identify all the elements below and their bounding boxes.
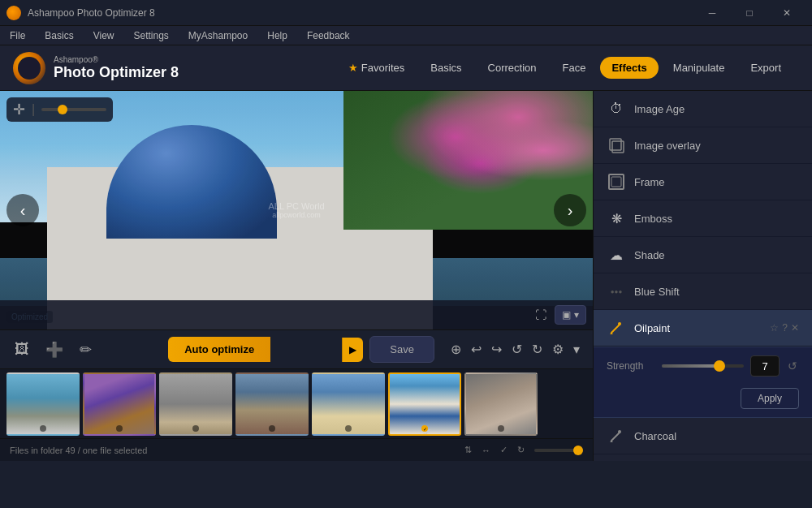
nav-favorites-label: Favorites (361, 62, 404, 74)
brand-name-large: Photo Optimizer 8 (54, 64, 179, 81)
menu-feedback[interactable]: Feedback (304, 28, 353, 43)
image-area: ALL PC World allpcworld.com Optimized ‹ … (0, 91, 593, 329)
oilpaint-icon (607, 318, 626, 338)
strength-slider[interactable] (662, 364, 744, 368)
svg-marker-9 (610, 441, 613, 442)
menubar: File Basics View Settings MyAshampoo Hel… (0, 26, 812, 45)
filmstrip-item[interactable] (312, 372, 385, 436)
rotate-right-button[interactable]: ↻ (529, 338, 546, 360)
film-dot (345, 425, 352, 432)
chevron-right-icon: ▶ (349, 344, 356, 355)
effect-blue-shift-label: Blue Shift (634, 286, 799, 298)
auto-optimize-button[interactable]: Auto optimize (168, 337, 270, 362)
nav-basics[interactable]: Basics (419, 57, 473, 79)
filmstrip-item[interactable] (464, 372, 538, 436)
fullscreen-button[interactable]: ⛶ (532, 305, 550, 325)
svg-rect-1 (612, 141, 624, 153)
sort-icon[interactable]: ⇅ (464, 445, 472, 455)
effect-emboss[interactable]: ❋ Emboss (594, 200, 812, 237)
close-button[interactable]: ✕ (768, 0, 806, 26)
svg-point-8 (618, 430, 621, 433)
settings-button[interactable]: ⚙ (549, 338, 567, 360)
refresh-icon[interactable]: ↻ (517, 445, 525, 455)
main-layout: ALL PC World allpcworld.com Optimized ‹ … (0, 91, 812, 461)
effect-image-age-label: Image Age (634, 103, 799, 115)
effect-image-overlay[interactable]: Image overlay (594, 127, 812, 164)
brand-name-small: Ashampoo® (54, 55, 179, 64)
effect-oilpaint[interactable]: Oilpaint ☆ ? ✕ (594, 310, 812, 347)
filmstrip-item[interactable] (235, 372, 309, 436)
menu-settings[interactable]: Settings (130, 28, 171, 43)
filmstrip-item[interactable] (83, 372, 156, 436)
resize-icon[interactable]: ↔ (482, 446, 490, 455)
oilpaint-close-button[interactable]: ✕ (791, 322, 799, 334)
svg-rect-0 (610, 139, 621, 150)
effect-image-age[interactable]: ⏱ Image Age (594, 91, 812, 127)
left-panel: ALL PC World allpcworld.com Optimized ‹ … (0, 91, 593, 461)
titlebar-app-name: Ashampoo Photo Optimizer 8 (28, 7, 155, 19)
nav-effects[interactable]: Effects (600, 57, 658, 79)
menu-view[interactable]: View (90, 28, 118, 43)
svg-point-5 (618, 322, 621, 325)
menu-help[interactable]: Help (264, 28, 291, 43)
film-active-check: ✓ (421, 425, 428, 432)
add-file-button[interactable]: ➕ (41, 338, 68, 362)
effect-sketch[interactable]: Sketch (594, 454, 812, 461)
image-scene (0, 91, 593, 329)
statusbar: Files in folder 49 / one file selected ⇅… (0, 438, 593, 461)
titlebar: Ashampoo Photo Optimizer 8 ─ □ ✕ (0, 0, 812, 26)
nav-favorites[interactable]: ★ Favorites (337, 57, 416, 79)
film-dot (269, 425, 275, 432)
next-image-button[interactable]: › (554, 194, 586, 226)
oilpaint-subpanel: Strength 7 ↺ Apply (594, 347, 812, 418)
menu-myashampoo[interactable]: MyAshampoo (185, 28, 251, 43)
effect-blue-shift[interactable]: ●●● Blue Shift (594, 273, 812, 310)
effect-shade[interactable]: ☁ Shade (594, 237, 812, 273)
titlebar-controls[interactable]: ─ □ ✕ (693, 0, 806, 26)
auto-optimize-dropdown-button[interactable]: ▶ (342, 338, 363, 362)
oilpaint-controls: ☆ ? ✕ (770, 322, 799, 334)
rotate-left-button[interactable]: ↺ (508, 338, 525, 360)
zoom-pan-icon[interactable]: ✛ (13, 101, 25, 118)
strength-value[interactable]: 7 (750, 355, 780, 377)
edit-button[interactable]: ✏ (75, 338, 97, 362)
zoom-slider[interactable] (41, 108, 106, 111)
redo-button[interactable]: ↪ (488, 338, 505, 360)
shade-icon: ☁ (607, 245, 626, 265)
view-toggle-button[interactable]: ▣ ▾ (555, 305, 586, 325)
filmstrip-item[interactable] (6, 372, 80, 436)
prev-image-button[interactable]: ‹ (6, 194, 39, 226)
thumb-size-slider[interactable] (534, 449, 583, 452)
frame-icon (607, 172, 626, 192)
open-file-button[interactable]: 🖼 (10, 338, 34, 361)
filmstrip-item-active[interactable]: ✓ (388, 372, 461, 436)
effect-frame[interactable]: Frame (594, 164, 812, 200)
filmstrip-item[interactable] (159, 372, 232, 436)
enhance-icon[interactable]: ⊕ (447, 338, 464, 360)
menu-file[interactable]: File (6, 28, 28, 43)
minimize-button[interactable]: ─ (693, 0, 731, 26)
effect-charcoal[interactable]: Charcoal (594, 418, 812, 454)
nav-export[interactable]: Export (739, 57, 793, 79)
menu-basics[interactable]: Basics (41, 28, 76, 43)
nav-manipulate[interactable]: Manipulate (662, 57, 736, 79)
undo-button[interactable]: ↩ (468, 338, 485, 360)
apply-button[interactable]: Apply (741, 388, 799, 409)
oilpaint-info-button[interactable]: ? (782, 322, 788, 334)
more-options-icon[interactable]: ▾ (570, 338, 583, 360)
image-overlay-icon (607, 136, 626, 155)
oilpaint-star-button[interactable]: ☆ (770, 322, 779, 334)
view-toggle-icon: ▣ (562, 309, 571, 321)
strength-reset-button[interactable]: ↺ (786, 358, 799, 374)
confirm-icon[interactable]: ✓ (500, 445, 508, 455)
emboss-icon: ❋ (607, 209, 626, 228)
maximize-button[interactable]: □ (731, 0, 768, 26)
brand-logo-icon (13, 52, 45, 84)
nav-face[interactable]: Face (551, 57, 598, 79)
status-right: ⇅ ↔ ✓ ↻ (464, 445, 583, 455)
titlebar-brand: Ashampoo Photo Optimizer 8 (6, 6, 155, 20)
chevron-down-icon: ▾ (574, 309, 579, 321)
svg-rect-3 (611, 177, 621, 187)
nav-correction[interactable]: Correction (477, 57, 548, 79)
save-button[interactable]: Save (369, 336, 434, 363)
